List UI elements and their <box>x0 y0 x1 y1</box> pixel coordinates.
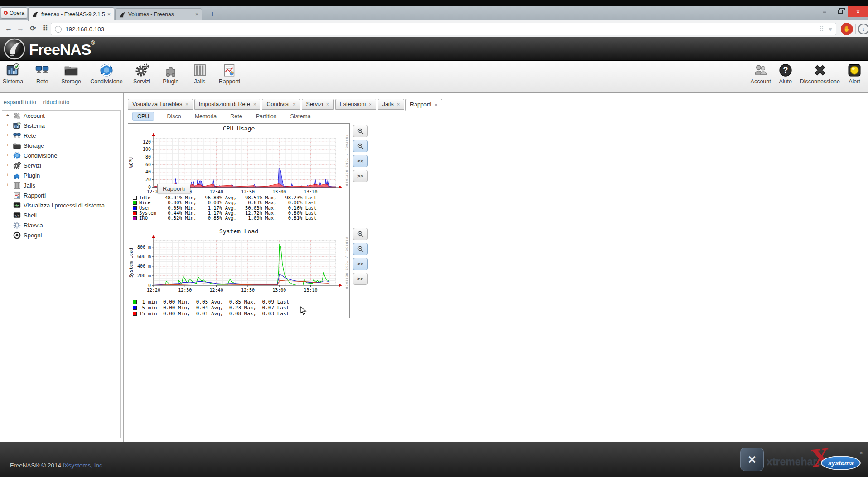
tab-close-icon[interactable]: × <box>293 101 295 107</box>
sidebar-item-account[interactable]: +Account <box>2 111 120 120</box>
blocker-icon[interactable]: ✋ <box>841 23 853 35</box>
browser-tab-volumes-freenas[interactable]: Volumes - Freenas× <box>115 8 202 21</box>
forward-icon[interactable]: → <box>15 24 25 34</box>
expander-icon[interactable]: + <box>5 123 10 128</box>
zoom-in-button[interactable] <box>353 125 368 137</box>
ixsystems-oval-logo: systems <box>821 456 861 470</box>
bookmark-heart-icon[interactable]: ♥ <box>829 25 832 33</box>
legend-row-irq: IRQ 0.32% Min, 0.85% Avg, 1.09% Max, 0.8… <box>133 216 317 221</box>
ixsystems-link[interactable]: iXsystems, Inc. <box>63 462 104 469</box>
tab-close-icon[interactable]: × <box>397 101 400 107</box>
back-icon[interactable]: ← <box>4 24 14 34</box>
url-text: 192.168.0.103 <box>65 26 815 33</box>
subtab-sistema[interactable]: Sistema <box>289 112 312 121</box>
toolbar-item-sistema[interactable]: Sistema <box>3 63 23 85</box>
expander-icon[interactable]: + <box>5 113 10 118</box>
sidebar-item-label: Account <box>24 112 45 119</box>
scroll-left-button[interactable]: << <box>353 155 368 167</box>
close-window-button[interactable]: × <box>848 6 868 17</box>
download-icon[interactable]: ↓ <box>858 24 868 34</box>
content-tab-jails[interactable]: Jails× <box>378 99 404 110</box>
grid-icon[interactable]: ⠿ <box>819 25 824 33</box>
content-tab-impostazioni-di-rete[interactable]: Impostazioni di Rete× <box>194 99 261 110</box>
tab-close-icon[interactable]: × <box>369 101 371 107</box>
sidebar-item-shell[interactable]: </>Shell <box>2 210 120 220</box>
content-tab-estensioni[interactable]: Estensioni× <box>335 99 376 110</box>
svg-text:400 m: 400 m <box>137 264 151 269</box>
tab-close-icon[interactable]: × <box>326 101 329 107</box>
collapse-all-link[interactable]: riduci tutto <box>43 99 70 106</box>
toolbar-item-storage[interactable]: Storage <box>61 63 81 85</box>
toolbar-item-plugin[interactable]: Plugin <box>161 63 181 85</box>
scroll-right-button[interactable]: >> <box>353 170 368 182</box>
expander-icon[interactable]: + <box>5 143 10 148</box>
content-tab-visualizza-tunables[interactable]: Visualizza Tunables× <box>128 99 193 110</box>
toolbar-item-account[interactable]: Account <box>751 63 771 85</box>
subtab-memoria[interactable]: Memoria <box>194 112 218 121</box>
toolbar-item-label: Disconnessione <box>800 78 840 85</box>
sidebar-item-sistema[interactable]: +Sistema <box>2 120 120 130</box>
tab-close-icon[interactable]: × <box>253 101 256 107</box>
opera-menu-button[interactable]: Opera <box>1 7 27 19</box>
browser-tab-freenas-freenas-9-2-1-5-r[interactable]: freenas - FreeNAS-9.2.1.5-R× <box>28 7 114 21</box>
toolbar-item-rapporti[interactable]: Rapporti <box>219 63 240 85</box>
url-field[interactable]: 192.168.0.103 ⠿ ♥ <box>51 23 836 35</box>
tab-close-icon[interactable]: × <box>107 11 111 18</box>
zoom-out-button[interactable] <box>353 140 368 152</box>
subtab-cpu[interactable]: CPU <box>132 112 154 121</box>
zoom-in-button[interactable] <box>353 228 368 240</box>
subtab-disco[interactable]: Disco <box>166 112 182 121</box>
speed-dial-icon[interactable]: ⠿ <box>40 24 50 34</box>
toolbar-item-rete[interactable]: Rete <box>32 63 52 85</box>
scroll-left-button[interactable]: << <box>353 258 368 270</box>
sharing-icon <box>13 152 21 159</box>
new-tab-button[interactable]: + <box>207 9 218 19</box>
cpu-chart-title: CPU Usage <box>128 125 349 132</box>
toolbar-item-condivisione[interactable]: Condivisione <box>90 63 123 85</box>
subtab-partition[interactable]: Partition <box>255 112 278 121</box>
sidebar-item-jails[interactable]: +Jails <box>2 180 120 190</box>
subtab-rete[interactable]: Rete <box>229 112 243 121</box>
system-icon <box>6 63 20 77</box>
expander-icon[interactable]: + <box>5 183 10 188</box>
expander-icon[interactable]: + <box>5 163 10 168</box>
sidebar-item-rapporti[interactable]: Rapporti <box>2 190 120 200</box>
content-tab-label: Jails <box>382 101 394 107</box>
svg-text:60: 60 <box>145 162 151 167</box>
freenas-header <box>0 37 868 61</box>
toolbar-item-label: Rapporti <box>219 78 240 85</box>
zoom-out-button[interactable] <box>353 243 368 255</box>
sidebar-item-condivisione[interactable]: +Condivisione <box>2 150 120 160</box>
expander-icon[interactable]: + <box>5 173 10 178</box>
sidebar-item-rete[interactable]: +Rete <box>2 130 120 140</box>
tab-close-icon[interactable]: × <box>195 11 198 18</box>
expander-icon[interactable]: + <box>5 153 10 158</box>
expand-all-link[interactable]: espandi tutto <box>4 99 36 106</box>
toolbar-item-disconnessione[interactable]: Disconnessione <box>800 63 840 85</box>
sidebar-item-spegni[interactable]: Spegni <box>2 230 120 240</box>
expander-icon[interactable]: + <box>5 133 10 138</box>
toolbar-item-alert[interactable]: Alert <box>844 63 864 85</box>
svg-text:12:40: 12:40 <box>210 189 223 194</box>
scroll-right-button[interactable]: >> <box>353 273 368 285</box>
tab-title: Volumes - Freenas <box>128 11 193 18</box>
restore-button[interactable] <box>834 7 846 17</box>
sidebar-item-storage[interactable]: +Storage <box>2 140 120 150</box>
content-tab-servizi[interactable]: Servizi× <box>302 99 334 110</box>
sidebar-item-label: Riavvia <box>24 222 43 229</box>
reload-icon[interactable]: ⟳ <box>28 24 38 34</box>
sidebar-item-visualizza-i-processi-di-sistema[interactable]: Visualizza i processi di sistema <box>2 200 120 210</box>
minimize-button[interactable]: – <box>818 7 831 17</box>
tab-close-icon[interactable]: × <box>185 101 188 107</box>
tab-close-icon[interactable]: × <box>434 102 437 107</box>
mouse-cursor <box>300 306 308 317</box>
sidebar-item-riavvia[interactable]: Riavvia <box>2 220 120 230</box>
toolbar-item-servizi[interactable]: Servizi <box>132 63 152 85</box>
sidebar-item-label: Rete <box>24 132 36 139</box>
content-tab-condivisi[interactable]: Condivisi× <box>262 99 300 110</box>
toolbar-item-aiuto[interactable]: ?Aiuto <box>776 63 796 85</box>
sidebar-item-plugin[interactable]: +Plugin <box>2 170 120 180</box>
toolbar-item-jails[interactable]: Jails <box>190 63 210 85</box>
content-tab-rapporti[interactable]: Rapporti× <box>405 99 442 111</box>
sidebar-item-servizi[interactable]: +Servizi <box>2 160 120 170</box>
